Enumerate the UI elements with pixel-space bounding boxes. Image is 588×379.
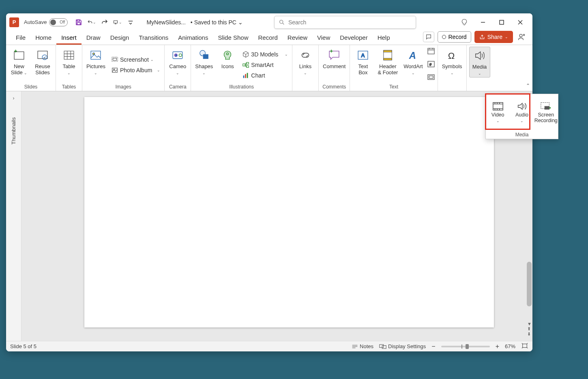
save-icon[interactable] bbox=[74, 18, 83, 27]
undo-icon[interactable]: ⌄ bbox=[87, 18, 96, 27]
customize-qat-icon[interactable] bbox=[126, 18, 135, 27]
svg-rect-33 bbox=[384, 50, 392, 52]
tab-transitions[interactable]: Transitions bbox=[134, 32, 173, 45]
zoom-slider[interactable] bbox=[441, 346, 490, 347]
group-illustrations: Shapes⌄ Icons 3D Models ⌄ SmartArt bbox=[191, 45, 292, 91]
close-button[interactable] bbox=[511, 16, 529, 29]
tab-insert[interactable]: Insert bbox=[56, 32, 82, 45]
icons-button[interactable]: Icons bbox=[217, 47, 238, 71]
comment-icon bbox=[327, 48, 341, 62]
slide-number-icon[interactable]: # bbox=[427, 60, 435, 70]
autosave-toggle[interactable]: Off bbox=[49, 18, 68, 26]
group-camera: P Cameo⌄ Camera bbox=[165, 45, 191, 91]
tab-slideshow[interactable]: Slide Show bbox=[213, 32, 253, 45]
text-box-button[interactable]: A Text Box bbox=[352, 47, 373, 77]
tab-draw[interactable]: Draw bbox=[82, 32, 105, 45]
tab-review[interactable]: Review bbox=[283, 32, 312, 45]
document-title[interactable]: MyNewSlides... bbox=[146, 19, 185, 26]
autosave-control[interactable]: AutoSave Off bbox=[24, 18, 68, 26]
document-save-status[interactable]: • Saved to this PC ⌄ bbox=[191, 19, 243, 26]
header-footer-button[interactable]: Header & Footer bbox=[376, 47, 399, 77]
search-box[interactable] bbox=[274, 16, 416, 29]
wordart-button[interactable]: A WordArt⌄ bbox=[402, 47, 424, 77]
tab-view[interactable]: View bbox=[312, 32, 335, 45]
collaboration-presence-icon[interactable] bbox=[516, 31, 528, 43]
svg-rect-24 bbox=[243, 64, 245, 66]
present-from-beginning-icon[interactable]: ⌄ bbox=[113, 18, 122, 27]
notes-button[interactable]: Notes bbox=[352, 343, 373, 349]
ribbon-tabs: File Home Insert Draw Design Transitions… bbox=[6, 31, 532, 45]
record-dot-icon bbox=[442, 35, 446, 39]
help-tip-icon[interactable] bbox=[455, 16, 473, 29]
record-button[interactable]: Record bbox=[438, 31, 471, 43]
tab-home[interactable]: Home bbox=[30, 32, 56, 45]
audio-button[interactable]: Audio⌄ bbox=[510, 94, 534, 131]
maximize-button[interactable] bbox=[493, 16, 511, 29]
screen-recording-button[interactable]: Screen Recording bbox=[534, 94, 558, 131]
zoom-percent[interactable]: 67% bbox=[505, 343, 515, 349]
svg-rect-2 bbox=[114, 21, 118, 23]
notes-icon bbox=[352, 344, 358, 349]
svg-rect-47 bbox=[545, 106, 549, 110]
collapse-ribbon-icon[interactable]: ⌃ bbox=[526, 83, 530, 88]
table-button[interactable]: Table⌄ bbox=[58, 47, 79, 77]
pictures-button[interactable]: Pictures⌄ bbox=[85, 47, 107, 77]
minimize-button[interactable] bbox=[474, 16, 492, 29]
smartart-icon bbox=[242, 61, 249, 69]
autosave-label: AutoSave bbox=[24, 19, 47, 25]
display-settings-button[interactable]: Display Settings bbox=[379, 343, 426, 349]
chart-button[interactable]: Chart bbox=[240, 71, 290, 80]
group-tables: Table⌄ Tables bbox=[56, 45, 82, 91]
vertical-scrollbar[interactable] bbox=[527, 262, 532, 306]
search-input[interactable] bbox=[288, 19, 412, 26]
tab-help[interactable]: Help bbox=[373, 32, 395, 45]
symbols-button[interactable]: Ω Symbols⌄ bbox=[440, 47, 464, 77]
photo-album-button[interactable]: Photo Album ⌄ bbox=[109, 66, 162, 75]
fit-to-window-icon[interactable] bbox=[521, 342, 528, 350]
group-images: Pictures⌄ Screenshot ⌄ Photo Album ⌄ Ima… bbox=[82, 45, 165, 91]
svg-rect-0 bbox=[77, 20, 80, 22]
slide-counter[interactable]: Slide 5 of 5 bbox=[10, 343, 36, 349]
photo-album-icon bbox=[111, 67, 118, 74]
slide-canvas-area[interactable]: ▼⬆⬇ bbox=[21, 91, 532, 341]
comments-pane-icon[interactable] bbox=[423, 32, 434, 42]
date-time-icon[interactable] bbox=[427, 47, 435, 57]
shapes-button[interactable]: Shapes⌄ bbox=[193, 47, 215, 77]
svg-rect-11 bbox=[91, 51, 101, 59]
expand-thumbnails-icon[interactable]: › bbox=[13, 95, 15, 101]
ribbon-insert: New Slide ⌄ Reuse Slides Slides Table⌄ T… bbox=[6, 45, 532, 91]
reuse-slides-button[interactable]: Reuse Slides bbox=[32, 47, 53, 77]
object-icon[interactable] bbox=[427, 73, 435, 83]
tab-file[interactable]: File bbox=[11, 32, 30, 45]
share-button[interactable]: Share ⌄ bbox=[474, 31, 513, 43]
comment-button[interactable]: Comment bbox=[321, 47, 347, 71]
svg-rect-42 bbox=[380, 345, 384, 347]
new-slide-button[interactable]: New Slide ⌄ bbox=[9, 47, 30, 77]
video-button[interactable]: Video⌄ bbox=[486, 94, 510, 131]
group-slides: New Slide ⌄ Reuse Slides Slides bbox=[6, 45, 56, 91]
group-links: Links⌄ bbox=[292, 45, 319, 91]
3d-models-button[interactable]: 3D Models ⌄ bbox=[240, 50, 290, 59]
content-area: › Thumbnails ▼⬆⬇ bbox=[6, 91, 532, 341]
tab-developer[interactable]: Developer bbox=[335, 32, 372, 45]
svg-text:#: # bbox=[429, 62, 431, 67]
cameo-button[interactable]: P Cameo⌄ bbox=[167, 47, 188, 77]
reuse-slides-icon bbox=[36, 48, 49, 62]
screenshot-button[interactable]: Screenshot ⌄ bbox=[109, 55, 162, 64]
svg-rect-14 bbox=[113, 58, 116, 60]
svg-point-6 bbox=[523, 34, 524, 35]
links-button[interactable]: Links⌄ bbox=[295, 47, 316, 77]
tab-record[interactable]: Record bbox=[253, 32, 282, 45]
zoom-out-button[interactable]: − bbox=[431, 343, 435, 350]
wordart-icon: A bbox=[406, 48, 420, 62]
slide-nav-arrows[interactable]: ▼⬆⬇ bbox=[527, 321, 532, 337]
redo-icon[interactable] bbox=[100, 18, 109, 27]
tab-design[interactable]: Design bbox=[105, 32, 134, 45]
smartart-button[interactable]: SmartArt bbox=[240, 60, 290, 69]
media-button[interactable]: Media⌄ bbox=[469, 47, 490, 78]
zoom-in-button[interactable]: + bbox=[496, 343, 499, 350]
slide-canvas[interactable] bbox=[84, 97, 494, 327]
thumbnails-pane[interactable]: › Thumbnails bbox=[6, 91, 21, 341]
tab-animations[interactable]: Animations bbox=[173, 32, 213, 45]
svg-rect-25 bbox=[247, 62, 249, 65]
